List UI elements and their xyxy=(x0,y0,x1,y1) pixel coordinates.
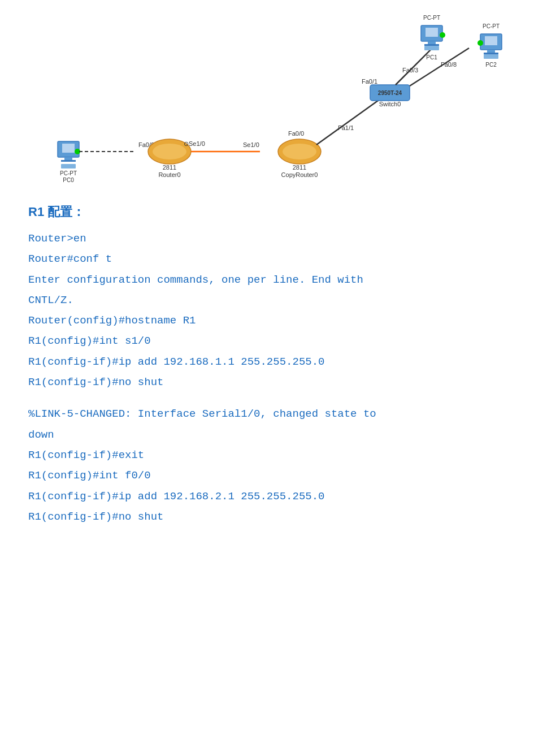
svg-text:Fa0/8: Fa0/8 xyxy=(441,61,457,68)
svg-rect-3 xyxy=(61,160,76,162)
cmd-line-14: R1(config-if)#no shut xyxy=(28,508,506,526)
svg-text:PC0: PC0 xyxy=(63,177,74,183)
svg-rect-4 xyxy=(61,164,76,169)
cmd-line-5: Router(config)#hostname R1 xyxy=(28,312,506,330)
svg-text:Fa0/1: Fa0/1 xyxy=(362,78,377,85)
cmd-line-4: CNTL/Z. xyxy=(28,291,506,309)
svg-text:PC2: PC2 xyxy=(485,62,497,68)
cmd-line-8: R1(config-if)#no shut xyxy=(28,373,506,391)
svg-rect-43 xyxy=(484,53,498,54)
cmd-line-2: Router#conf t xyxy=(28,250,506,268)
svg-text:PC1: PC1 xyxy=(426,54,437,61)
svg-rect-42 xyxy=(487,50,495,53)
cmd-line-1: Router>en xyxy=(28,230,506,248)
svg-rect-32 xyxy=(428,41,436,44)
cmd-line-3: Enter configuration commands, one per li… xyxy=(28,271,506,289)
svg-text:Switch0: Switch0 xyxy=(379,101,401,107)
svg-point-47 xyxy=(477,40,483,46)
cmd-line-6: R1(config)#int s1/0 xyxy=(28,332,506,350)
svg-text:PC-PT: PC-PT xyxy=(483,23,500,29)
svg-rect-2 xyxy=(64,157,72,160)
svg-rect-1 xyxy=(62,144,75,153)
svg-text:PC-PT: PC-PT xyxy=(60,170,77,176)
svg-line-22 xyxy=(316,96,384,145)
svg-rect-33 xyxy=(424,44,439,46)
cmd-line-9: %LINK-5-CHANGED: Interface Serial1/0, ch… xyxy=(28,405,506,423)
svg-text:Fa1/1: Fa1/1 xyxy=(338,124,354,131)
cmd-line-7: R1(config-if)#ip add 192.168.1.1 255.255… xyxy=(28,353,506,371)
svg-rect-34 xyxy=(424,46,439,50)
svg-point-18 xyxy=(283,144,316,159)
svg-line-38 xyxy=(410,48,469,86)
svg-text:2950T-24: 2950T-24 xyxy=(378,90,402,96)
svg-rect-41 xyxy=(485,36,497,45)
svg-point-37 xyxy=(440,32,445,38)
cmd-line-12: R1(config)#int f0/0 xyxy=(28,466,506,485)
svg-line-28 xyxy=(396,45,435,85)
svg-text:PC-PT: PC-PT xyxy=(423,15,440,21)
section-heading: R1 配置： xyxy=(28,204,506,221)
svg-rect-31 xyxy=(426,28,438,37)
svg-text:Fa0/0: Fa0/0 xyxy=(288,130,304,137)
content-area: R1 配置： Router>en Router#conf t Enter con… xyxy=(23,204,511,526)
svg-text:2811: 2811 xyxy=(293,164,306,171)
network-diagram: PC-PT PC0 Fa0/0 2811 Router0 ⊙Se1/0 Se1/… xyxy=(23,11,511,192)
svg-text:Se1/0: Se1/0 xyxy=(243,141,259,148)
svg-text:CopyRouter0: CopyRouter0 xyxy=(281,171,318,178)
cmd-line-10: down xyxy=(28,426,506,444)
svg-text:Fa0/3: Fa0/3 xyxy=(402,67,418,74)
cmd-line-13: R1(config-if)#ip add 192.168.2.1 255.255… xyxy=(28,487,506,506)
svg-text:2811: 2811 xyxy=(163,164,176,171)
svg-text:Router0: Router0 xyxy=(158,171,180,178)
svg-text:⊙Se1/0: ⊙Se1/0 xyxy=(184,140,205,147)
svg-rect-44 xyxy=(484,54,498,59)
svg-point-11 xyxy=(153,144,186,159)
cmd-line-11: R1(config-if)#exit xyxy=(28,446,506,464)
